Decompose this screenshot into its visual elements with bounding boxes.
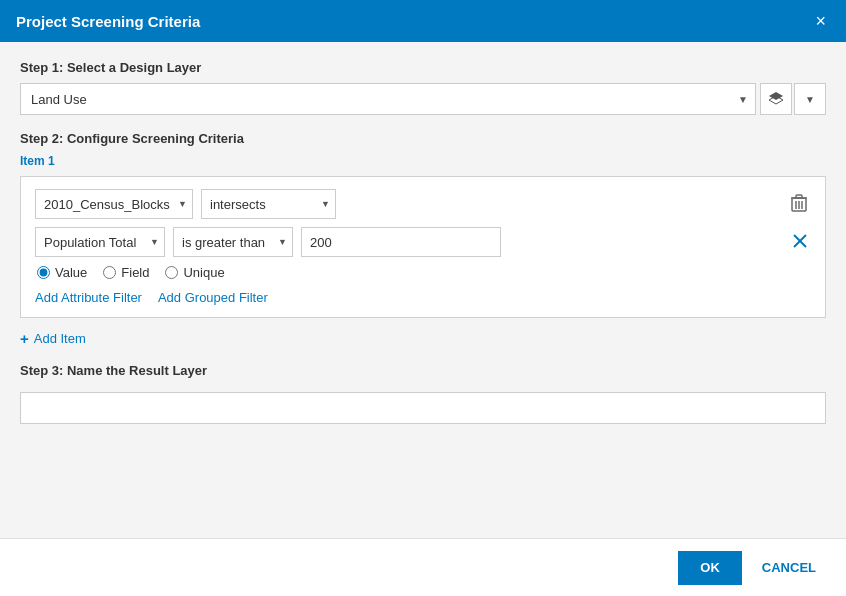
add-attribute-filter-button[interactable]: Add Attribute Filter: [35, 290, 142, 305]
field-select-2[interactable]: Population Total: [35, 227, 165, 257]
step2-label: Step 2: Configure Screening Criteria: [20, 131, 826, 146]
close-button[interactable]: ×: [811, 12, 830, 30]
dialog-header: Project Screening Criteria ×: [0, 0, 846, 42]
step1-label: Step 1: Select a Design Layer: [20, 60, 826, 75]
dialog-title: Project Screening Criteria: [16, 13, 200, 30]
item-label: Item 1: [20, 154, 826, 168]
delete-item-button[interactable]: [787, 192, 811, 217]
value-input[interactable]: [301, 227, 501, 257]
dialog-footer: OK CANCEL: [0, 538, 846, 596]
step3-section: Step 3: Name the Result Layer: [20, 363, 826, 424]
remove-filter-button[interactable]: [789, 232, 811, 253]
radio-unique-label: Unique: [183, 265, 224, 280]
radio-unique-input[interactable]: [165, 266, 178, 279]
add-grouped-filter-button[interactable]: Add Grouped Filter: [158, 290, 268, 305]
step1-section: Step 1: Select a Design Layer Land Use P…: [20, 60, 826, 115]
result-layer-input[interactable]: [20, 392, 826, 424]
radio-value-label: Value: [55, 265, 87, 280]
cancel-button[interactable]: CANCEL: [752, 551, 826, 585]
dialog: Project Screening Criteria × Step 1: Sel…: [0, 0, 846, 596]
trash-icon: [791, 194, 807, 212]
layer-select[interactable]: Land Use Parcels Roads: [20, 83, 756, 115]
filter-row-1: 2010_Census_Blocks intersects does not i…: [35, 189, 811, 219]
operator-select-2[interactable]: is greater than is less than equals is n…: [173, 227, 293, 257]
ok-button[interactable]: OK: [678, 551, 742, 585]
step1-row: Land Use Parcels Roads ▼: [20, 83, 826, 115]
layers-icon: [768, 91, 784, 107]
radio-value-input[interactable]: [37, 266, 50, 279]
field-select-wrapper-2: Population Total: [35, 227, 165, 257]
add-item-row: + Add Item: [20, 330, 826, 347]
svg-rect-7: [796, 195, 802, 198]
layers-icon-btn[interactable]: [760, 83, 792, 115]
radio-row: Value Field Unique: [37, 265, 811, 280]
filter-row-2: Population Total is greater than is less…: [35, 227, 811, 257]
field-select-1[interactable]: 2010_Census_Blocks: [35, 189, 193, 219]
dialog-body: Step 1: Select a Design Layer Land Use P…: [0, 42, 846, 538]
operator-select-1[interactable]: intersects does not intersect: [201, 189, 336, 219]
field-select-wrapper-1: 2010_Census_Blocks: [35, 189, 193, 219]
radio-unique[interactable]: Unique: [165, 265, 224, 280]
layer-icon-group: ▼: [760, 83, 826, 115]
layer-select-wrapper: Land Use Parcels Roads: [20, 83, 756, 115]
operator-select-wrapper-1: intersects does not intersect: [201, 189, 336, 219]
plus-icon: +: [20, 330, 29, 347]
radio-field-label: Field: [121, 265, 149, 280]
close-x-icon: [793, 234, 807, 248]
chevron-down-icon: ▼: [805, 94, 815, 105]
radio-field[interactable]: Field: [103, 265, 149, 280]
add-item-button[interactable]: + Add Item: [20, 330, 86, 347]
step2-section: Step 2: Configure Screening Criteria Ite…: [20, 131, 826, 347]
link-row: Add Attribute Filter Add Grouped Filter: [35, 290, 811, 305]
radio-value[interactable]: Value: [37, 265, 87, 280]
add-item-label: Add Item: [34, 331, 86, 346]
radio-field-input[interactable]: [103, 266, 116, 279]
item-container: 2010_Census_Blocks intersects does not i…: [20, 176, 826, 318]
operator-select-wrapper-2: is greater than is less than equals is n…: [173, 227, 293, 257]
step3-label: Step 3: Name the Result Layer: [20, 363, 826, 378]
layer-dropdown-btn[interactable]: ▼: [794, 83, 826, 115]
